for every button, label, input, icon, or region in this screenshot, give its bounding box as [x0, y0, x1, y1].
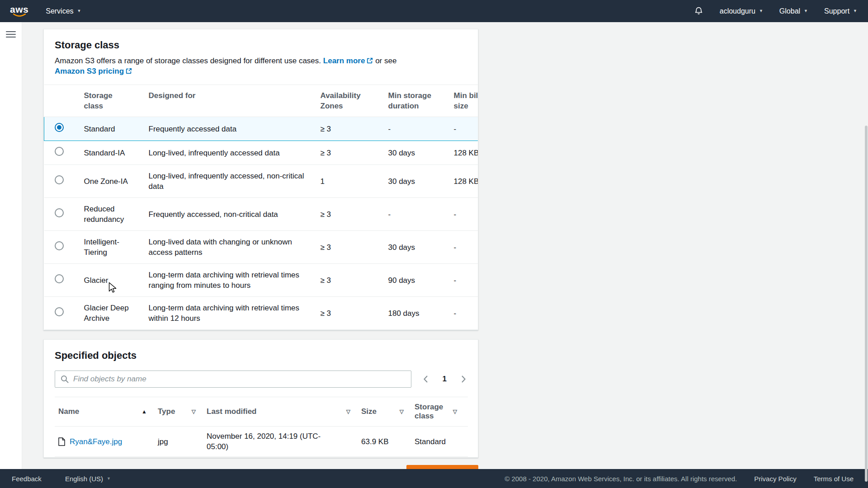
chevron-down-icon: ▼	[759, 9, 763, 13]
privacy-policy-link[interactable]: Privacy Policy	[754, 475, 796, 483]
storage-class-row-intelligent-tiering[interactable]: Intelligent-Tiering Long-lived data with…	[44, 231, 479, 264]
storage-class-row-glacier-deep-archive[interactable]: Glacier Deep Archive Long-term data arch…	[44, 297, 479, 330]
row-min-billable: 128 KB	[454, 141, 479, 165]
row-az: ≥ 3	[321, 231, 388, 264]
col-storage-class-label: Storage class	[415, 403, 453, 421]
or-see-text: or see	[375, 56, 396, 65]
vertical-scrollbar[interactable]	[865, 126, 868, 482]
save-changes-button[interactable]: Save changes	[406, 465, 478, 469]
row-name: Reduced redundancy	[84, 198, 149, 231]
row-name: Glacier	[84, 264, 149, 297]
col-name[interactable]: Name▲	[55, 397, 158, 427]
radio-reduced-redundancy[interactable]	[55, 208, 64, 217]
object-name-link[interactable]: Ryan&Faye.jpg	[70, 436, 122, 447]
notifications-bell-icon[interactable]	[694, 6, 703, 16]
chevron-down-icon: ▼	[77, 9, 81, 13]
row-designed-for: Long-lived, infrequently accessed data	[149, 141, 321, 165]
chevron-down-icon: ▼	[804, 9, 808, 13]
region-label: Global	[779, 7, 800, 15]
storage-class-panel: Storage class Amazon S3 offers a range o…	[43, 29, 478, 330]
radio-intelligent-tiering[interactable]	[55, 241, 64, 250]
row-designed-for: Frequently accessed, non-critical data	[149, 198, 321, 231]
account-menu[interactable]: acloudguru ▼	[720, 7, 763, 15]
s3-pricing-link[interactable]: Amazon S3 pricing	[55, 67, 132, 75]
row-az: ≥ 3	[321, 264, 388, 297]
support-menu[interactable]: Support ▼	[824, 7, 857, 15]
col-storage-class: Storage class	[84, 85, 149, 117]
region-menu[interactable]: Global ▼	[779, 7, 808, 15]
storage-class-row-glacier[interactable]: Glacier Long-term data archiving with re…	[44, 264, 479, 297]
page-body: Storage class Amazon S3 offers a range o…	[0, 22, 868, 469]
row-min-duration: 30 days	[388, 141, 454, 165]
col-last-modified[interactable]: Last modified▽	[207, 397, 361, 427]
radio-glacier[interactable]	[55, 274, 64, 283]
radio-one-zone-ia[interactable]	[55, 175, 64, 184]
radio-column-header	[44, 85, 84, 117]
chevron-right-icon	[461, 375, 466, 383]
topbar-right-group: acloudguru ▼ Global ▼ Support ▼	[694, 6, 857, 16]
storage-class-row-standard[interactable]: Standard Frequently accessed data ≥ 3 - …	[44, 117, 479, 141]
learn-more-link[interactable]: Learn more	[323, 56, 373, 65]
col-type[interactable]: Type▽	[158, 397, 207, 427]
pricing-label: Amazon S3 pricing	[55, 67, 124, 75]
radio-standard-ia[interactable]	[55, 147, 64, 156]
chevron-left-icon	[423, 375, 428, 383]
col-min-billable-object: Min billable object size	[454, 85, 479, 117]
terms-of-use-link[interactable]: Terms of Use	[814, 475, 854, 483]
col-storage-class-label: Storage class	[84, 90, 126, 111]
console-footer: Feedback English (US) ▼ © 2008 - 2020, A…	[0, 469, 868, 488]
col-storage-class[interactable]: Storage class▽	[415, 397, 468, 427]
aws-logo-text: aws	[10, 5, 28, 13]
row-min-duration: 90 days	[388, 264, 454, 297]
services-menu[interactable]: Services ▼	[46, 7, 81, 15]
side-navigation	[0, 22, 22, 469]
row-az: 1	[321, 165, 388, 198]
row-min-billable: -	[454, 297, 479, 330]
chevron-down-icon: ▼	[853, 9, 857, 13]
specified-objects-panel: Specified objects 1	[43, 339, 478, 458]
sort-icon: ▽	[453, 408, 457, 415]
file-icon	[58, 437, 65, 446]
external-link-icon	[126, 68, 132, 74]
storage-class-row-standard-ia[interactable]: Standard-IA Long-lived, infrequently acc…	[44, 141, 479, 165]
learn-more-label: Learn more	[323, 56, 365, 65]
language-label: English (US)	[65, 475, 103, 483]
cancel-button[interactable]: Cancel	[359, 465, 402, 469]
description-text: Amazon S3 offers a range of storage clas…	[55, 56, 321, 65]
col-type-label: Type	[158, 407, 175, 416]
menu-hamburger-icon[interactable]	[6, 29, 16, 39]
aws-logo[interactable]: aws	[10, 5, 28, 17]
page-number[interactable]: 1	[440, 374, 449, 384]
col-last-modified-label: Last modified	[207, 407, 257, 416]
radio-standard[interactable]	[55, 123, 64, 132]
row-name: Standard-IA	[84, 141, 149, 165]
language-selector[interactable]: English (US) ▼	[65, 475, 111, 483]
object-last-modified: November 16, 2020, 14:19 (UTC-05:00)	[207, 427, 361, 457]
objects-table: Name▲ Type▽ Last modified▽ Size▽ Storage…	[55, 397, 468, 457]
search-input[interactable]	[55, 371, 411, 388]
services-label: Services	[46, 7, 73, 15]
row-min-billable: -	[454, 198, 479, 231]
objects-toolbar: 1	[55, 371, 467, 388]
col-name-label: Name	[58, 407, 79, 416]
storage-class-title: Storage class	[55, 39, 467, 51]
next-page-button[interactable]	[460, 374, 467, 384]
storage-class-row-reduced-redundancy[interactable]: Reduced redundancy Frequently accessed, …	[44, 198, 479, 231]
storage-class-header: Storage class Amazon S3 offers a range o…	[44, 29, 478, 84]
pagination: 1	[422, 374, 467, 384]
previous-page-button[interactable]	[422, 374, 429, 384]
main-content: Storage class Amazon S3 offers a range o…	[22, 22, 868, 469]
col-size-label: Size	[361, 407, 377, 416]
account-label: acloudguru	[720, 7, 755, 15]
row-az: ≥ 3	[321, 198, 388, 231]
row-designed-for: Long-term data archiving with retrieval …	[149, 264, 321, 297]
storage-class-row-one-zone-ia[interactable]: One Zone-IA Long-lived, infrequently acc…	[44, 165, 479, 198]
feedback-button[interactable]: Feedback	[12, 475, 42, 483]
radio-glacier-deep-archive[interactable]	[55, 307, 64, 316]
col-size[interactable]: Size▽	[361, 397, 415, 427]
col-designed-for: Designed for	[149, 85, 321, 117]
copyright-text: © 2008 - 2020, Amazon Web Services, Inc.…	[505, 475, 737, 483]
row-min-duration: 180 days	[388, 297, 454, 330]
row-min-billable: -	[454, 264, 479, 297]
row-designed-for: Frequently accessed data	[149, 117, 321, 141]
